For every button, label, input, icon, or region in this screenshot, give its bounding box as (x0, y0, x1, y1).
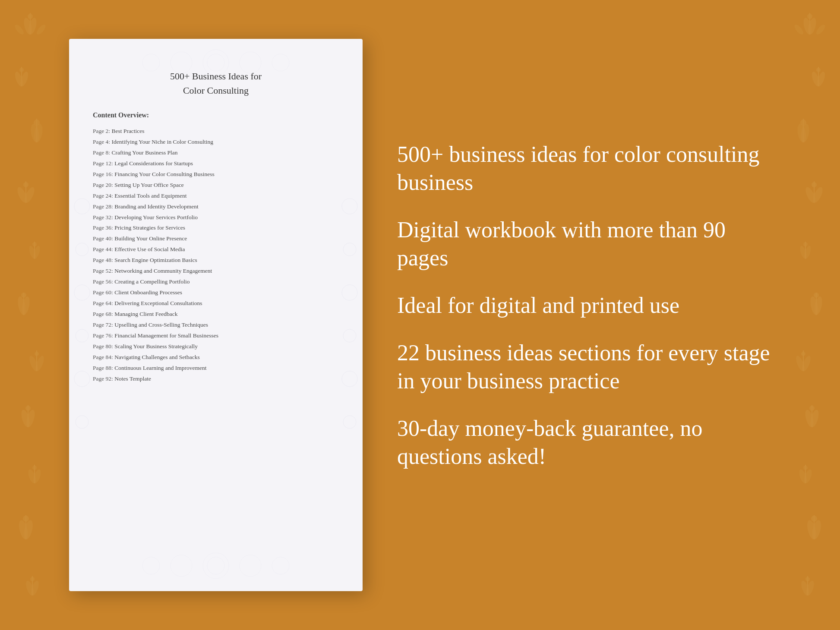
toc-item: Page 84: Navigating Challenges and Setba… (93, 352, 339, 363)
toc-item: Page 52: Networking and Community Engage… (93, 266, 339, 277)
main-content: 500+ Business Ideas for Color Consulting… (0, 0, 840, 630)
toc-item: Page 48: Search Engine Optimization Basi… (93, 255, 339, 266)
toc-item: Page 76: Financial Management for Small … (93, 331, 339, 341)
toc-item: Page 80: Scaling Your Business Strategic… (93, 341, 339, 352)
svg-point-109 (76, 416, 88, 428)
svg-point-105 (76, 243, 88, 256)
text-panel: 500+ business ideas for color consulting… (388, 140, 771, 490)
toc-item: Page 36: Pricing Strategies for Services (93, 223, 339, 233)
toc-item: Page 44: Effective Use of Social Media (93, 244, 339, 255)
toc-item: Page 92: Notes Template (93, 374, 339, 384)
toc-item: Page 68: Managing Client Feedback (93, 309, 339, 320)
feature-feature4: 22 business ideas sections for every sta… (397, 339, 771, 395)
toc-item: Page 20: Setting Up Your Office Space (93, 180, 339, 191)
feature-feature5: 30-day money-back guarantee, no question… (397, 414, 771, 470)
feature-feature2: Digital workbook with more than 90 pages (397, 216, 771, 272)
feature-feature1: 500+ business ideas for color consulting… (397, 140, 771, 196)
svg-point-97 (272, 54, 289, 71)
doc-content-label: Content Overview: (93, 111, 339, 119)
toc-item: Page 56: Creating a Compelling Portfolio (93, 277, 339, 287)
doc-toc: Page 2: Best PracticesPage 4: Identifyin… (93, 126, 339, 384)
svg-point-106 (74, 285, 90, 300)
toc-item: Page 24: Essential Tools and Equipment (93, 191, 339, 202)
svg-point-112 (342, 285, 357, 300)
toc-item: Page 32: Developing Your Services Portfo… (93, 212, 339, 223)
svg-point-96 (142, 54, 160, 71)
toc-item: Page 4: Identifying Your Niche in Color … (93, 137, 339, 148)
feature-feature3: Ideal for digital and printed use (397, 291, 771, 319)
svg-point-107 (76, 329, 88, 342)
toc-item: Page 8: Crafting Your Business Plan (93, 148, 339, 158)
toc-item: Page 72: Upselling and Cross-Selling Tec… (93, 320, 339, 331)
doc-title: 500+ Business Ideas for Color Consulting (93, 69, 339, 98)
svg-point-115 (343, 416, 356, 428)
toc-item: Page 28: Branding and Identity Developme… (93, 202, 339, 212)
svg-point-101 (240, 555, 261, 576)
svg-point-113 (343, 329, 356, 342)
svg-point-98 (203, 553, 229, 579)
toc-item: Page 12: Legal Considerations for Startu… (93, 158, 339, 169)
toc-item: Page 2: Best Practices (93, 126, 339, 137)
svg-point-102 (142, 557, 160, 574)
svg-point-104 (74, 198, 90, 214)
svg-point-108 (74, 371, 90, 387)
svg-point-111 (343, 243, 356, 256)
toc-item: Page 16: Financing Your Color Consulting… (93, 169, 339, 180)
toc-item: Page 64: Delivering Exceptional Consulta… (93, 298, 339, 309)
document-panel: 500+ Business Ideas for Color Consulting… (69, 39, 363, 591)
svg-point-114 (342, 371, 357, 387)
svg-point-103 (272, 557, 289, 574)
svg-point-99 (207, 557, 224, 574)
svg-point-93 (207, 54, 224, 71)
toc-item: Page 60: Client Onboarding Processes (93, 287, 339, 298)
svg-point-100 (171, 555, 192, 576)
toc-item: Page 40: Building Your Online Presence (93, 233, 339, 244)
svg-point-110 (342, 198, 357, 214)
toc-item: Page 88: Continuous Learning and Improve… (93, 363, 339, 374)
